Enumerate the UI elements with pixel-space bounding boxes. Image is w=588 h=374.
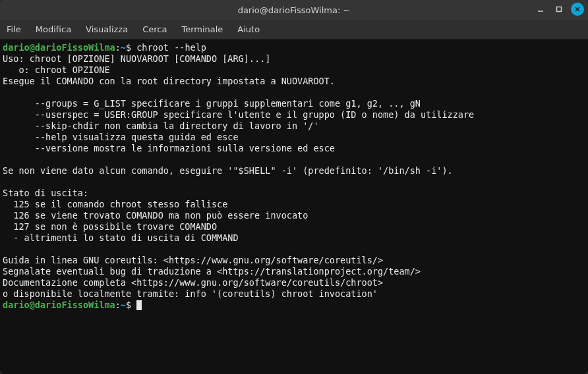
- output-line: Uso: chroot [OPZIONE] NUOVAROOT [COMANDO…: [3, 53, 270, 64]
- menu-cerca[interactable]: Cerca: [141, 22, 168, 37]
- svg-rect-1: [557, 7, 562, 12]
- output-line: Esegue il COMANDO con la root directory …: [3, 76, 335, 86]
- output-line: Se non viene dato alcun comando, eseguir…: [3, 165, 453, 176]
- prompt-path: ~: [121, 42, 126, 53]
- prompt-sep1: :: [115, 42, 121, 53]
- output-line: Segnalate eventuali bug di traduzione a …: [3, 266, 421, 277]
- prompt-sep1: :: [115, 300, 121, 310]
- output-line: Guida in linea GNU coreutils: <https://w…: [3, 255, 383, 265]
- menu-visualizza[interactable]: Visualizza: [84, 22, 129, 37]
- close-button[interactable]: [571, 3, 584, 16]
- minimize-button[interactable]: [534, 3, 547, 16]
- command-1: chroot --help: [136, 42, 206, 53]
- prompt-user: dario@darioFissoWilma: [3, 300, 115, 310]
- output-line: 126 se viene trovato COMANDO ma non può …: [3, 210, 308, 221]
- output-line: --userspec = USER:GROUP specificare l'ut…: [3, 109, 474, 120]
- output-line: o: chroot OPZIONE: [3, 65, 110, 75]
- cursor-icon: [136, 300, 142, 310]
- output-line: 125 se il comando chroot stesso fallisce: [3, 199, 227, 209]
- terminal-area[interactable]: dario@darioFissoWilma:~$ chroot --help U…: [0, 40, 588, 374]
- window-title: dario@darioFissoWilma: ~: [0, 5, 588, 15]
- maximize-button[interactable]: [552, 3, 566, 16]
- output-line: o disponibile localmente tramite: info '…: [3, 288, 378, 299]
- menu-modifica[interactable]: Modifica: [34, 22, 73, 37]
- output-line: --versione mostra le informazioni sulla …: [3, 143, 335, 153]
- window-controls: [534, 3, 584, 16]
- prompt-path: ~: [121, 300, 126, 310]
- prompt-user: dario@darioFissoWilma: [3, 42, 115, 53]
- menu-file[interactable]: File: [5, 22, 22, 37]
- output-line: --help visualizza questa guida ed esce: [3, 132, 239, 142]
- output-line: --skip-chdir non cambia la directory di …: [3, 120, 319, 131]
- menubar: File Modifica Visualizza Cerca Terminale…: [0, 20, 588, 40]
- prompt-sep2: $: [126, 300, 136, 310]
- menu-terminale[interactable]: Terminale: [180, 22, 224, 37]
- output-line: --groups = G_LIST specificare i gruppi s…: [3, 98, 421, 109]
- output-line: 127 se non è possibile trovare COMANDO: [3, 221, 217, 232]
- output-line: Documentazione completa <https://www.gnu…: [3, 277, 383, 288]
- output-line: - altrimenti lo stato di uscita di COMMA…: [3, 232, 239, 243]
- output-line: Stato di uscita:: [3, 188, 88, 198]
- menu-aiuto[interactable]: Aiuto: [236, 22, 261, 37]
- titlebar: dario@darioFissoWilma: ~: [0, 0, 588, 20]
- prompt-sep2: $: [126, 42, 136, 53]
